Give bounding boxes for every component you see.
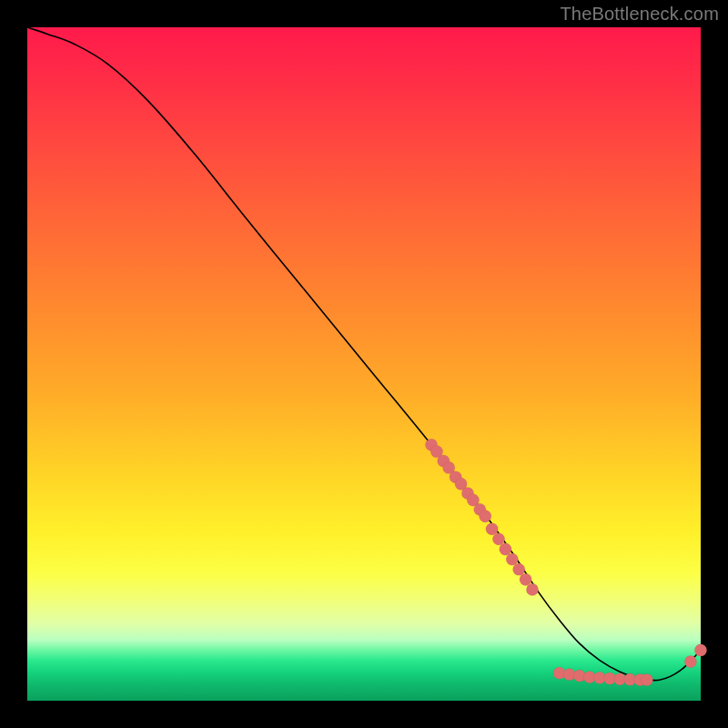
marker-layer	[425, 439, 706, 686]
data-marker	[500, 543, 511, 555]
line-layer	[27, 27, 701, 681]
data-marker	[694, 644, 706, 656]
data-marker	[506, 553, 518, 565]
data-marker	[520, 573, 531, 585]
chart-stage: TheBottleneck.com	[0, 0, 728, 728]
chart-svg	[27, 27, 701, 701]
data-marker	[513, 563, 525, 575]
data-marker	[480, 511, 491, 522]
data-marker	[641, 673, 652, 685]
data-marker	[492, 533, 504, 545]
data-marker	[684, 655, 696, 667]
plot-area	[27, 27, 701, 701]
bottleneck-curve-path	[27, 27, 701, 681]
data-marker	[526, 583, 538, 595]
watermark-text: TheBottleneck.com	[560, 4, 719, 25]
data-marker	[486, 523, 498, 535]
